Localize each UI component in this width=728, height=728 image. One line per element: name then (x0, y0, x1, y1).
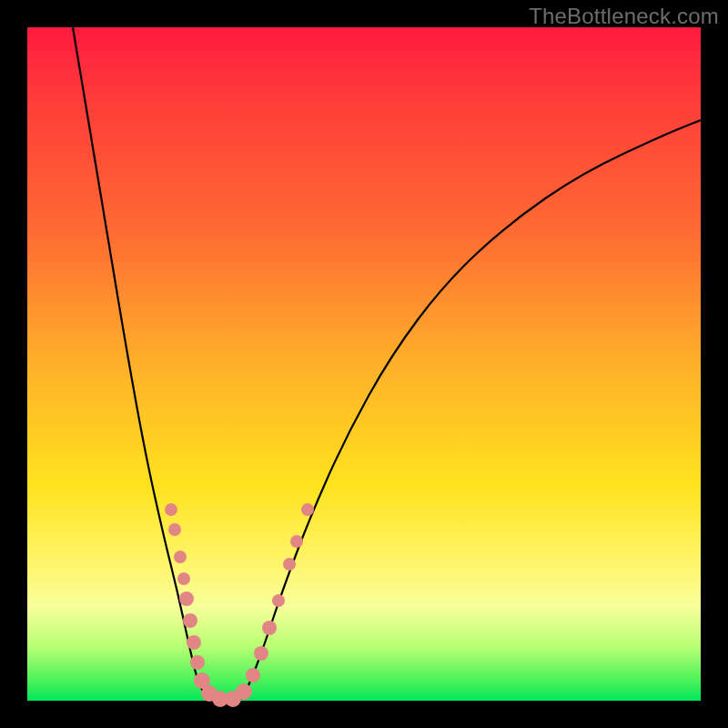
chart-frame: TheBottleneck.com (0, 0, 728, 728)
scatter-dot (301, 503, 314, 516)
scatter-dot (165, 503, 177, 516)
scatter-dot (283, 558, 296, 571)
scatter-dot (174, 551, 187, 563)
scatter-dot (179, 592, 194, 606)
scatter-dot (168, 523, 181, 536)
scatter-dot (187, 635, 201, 650)
scatter-dot (272, 594, 285, 607)
scatter-dot (236, 683, 252, 700)
scatter-dot (183, 613, 197, 628)
scatter-dot (177, 572, 190, 585)
curve-right-branch (241, 120, 701, 699)
scatter-dot (254, 646, 268, 661)
scatter-dot (246, 668, 260, 682)
scatter-group (165, 503, 314, 707)
plot-area (27, 27, 701, 701)
watermark-text: TheBottleneck.com (529, 4, 719, 29)
scatter-dot (190, 655, 205, 670)
scatter-dot (290, 535, 303, 548)
curve-svg (27, 27, 701, 701)
scatter-dot (262, 621, 277, 635)
